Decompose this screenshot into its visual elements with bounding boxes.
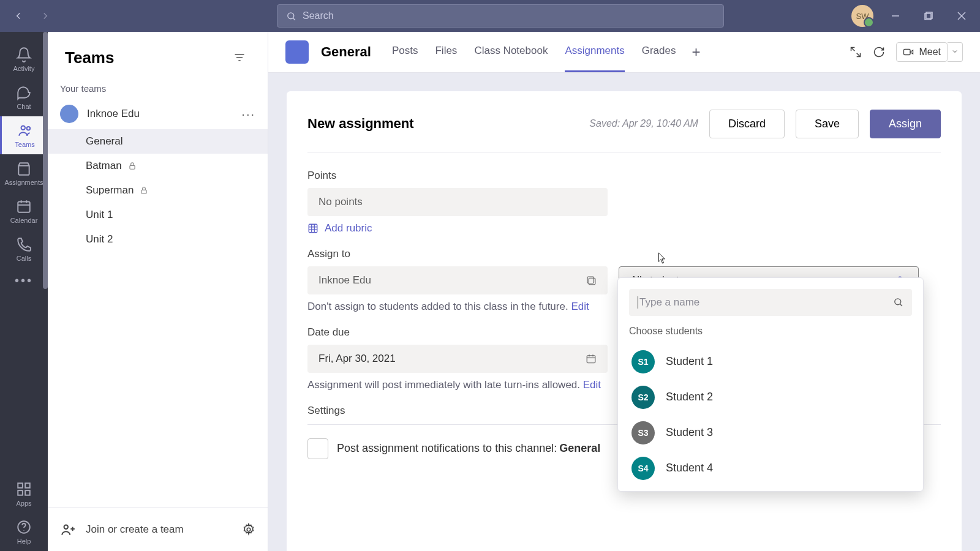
- class-icon: [586, 275, 597, 286]
- svg-rect-9: [18, 201, 30, 212]
- rail-assignments[interactable]: Assignments: [0, 154, 48, 192]
- svg-point-24: [64, 525, 69, 529]
- join-team-link[interactable]: Join or create a team: [86, 523, 184, 536]
- student-option[interactable]: S2Student 2: [629, 380, 912, 415]
- lock-icon: [128, 162, 137, 170]
- notification-checkbox[interactable]: [307, 438, 328, 459]
- nav-back[interactable]: [7, 5, 29, 27]
- search-icon: [286, 11, 296, 21]
- students-dropdown: Type a name Choose students S1Student 1S…: [617, 277, 924, 492]
- student-avatar: S2: [631, 386, 655, 409]
- assign-to-label: Assign to: [307, 248, 941, 260]
- channel-name: General: [321, 44, 371, 60]
- rail-more[interactable]: •••: [0, 268, 48, 293]
- main-area: General PostsFilesClass NotebookAssignme…: [268, 32, 980, 551]
- points-input[interactable]: No points: [307, 188, 608, 216]
- svg-rect-14: [25, 483, 30, 488]
- student-option[interactable]: S4Student 4: [629, 451, 912, 486]
- svg-marker-31: [910, 50, 913, 54]
- discard-button[interactable]: Discard: [709, 110, 785, 138]
- meet-button[interactable]: Meet: [896, 42, 948, 62]
- search-input[interactable]: Search: [277, 4, 724, 28]
- rail-calls[interactable]: Calls: [0, 230, 48, 268]
- your-teams-label: Your teams: [48, 78, 268, 99]
- calendar-small-icon: [586, 353, 597, 364]
- date-due-input[interactable]: Fri, Apr 30, 2021: [307, 345, 608, 373]
- filter-button[interactable]: [228, 47, 251, 69]
- more-icon: •••: [15, 274, 33, 288]
- lock-icon: [140, 186, 148, 195]
- edit-timing-link[interactable]: Edit: [583, 379, 601, 391]
- svg-rect-23: [141, 190, 146, 193]
- bell-icon: [16, 47, 32, 62]
- svg-line-28: [851, 47, 855, 51]
- filter-icon: [233, 51, 246, 64]
- svg-rect-32: [309, 224, 317, 233]
- rail-apps[interactable]: Apps: [0, 475, 48, 513]
- user-avatar[interactable]: SW: [851, 5, 873, 27]
- refresh-icon[interactable]: [873, 46, 885, 58]
- expand-icon[interactable]: [850, 46, 862, 58]
- student-search-input[interactable]: Type a name: [629, 289, 912, 316]
- tab-files[interactable]: Files: [435, 32, 457, 72]
- svg-point-27: [247, 528, 251, 531]
- rail-activity[interactable]: Activity: [0, 40, 48, 78]
- channel-unit-1[interactable]: Unit 1: [48, 203, 268, 227]
- chat-icon: [16, 84, 32, 100]
- assignment-card: New assignment Saved: Apr 29, 10:40 AM D…: [287, 91, 962, 551]
- tab-grades[interactable]: Grades: [642, 32, 676, 72]
- add-rubric-link[interactable]: Add rubric: [307, 222, 941, 234]
- team-name: Inknoe Edu: [87, 108, 140, 120]
- student-avatar: S3: [631, 421, 655, 444]
- rail-help[interactable]: Help: [0, 513, 48, 551]
- svg-line-48: [900, 304, 902, 306]
- window-minimize[interactable]: [884, 5, 907, 27]
- assign-button[interactable]: Assign: [870, 110, 941, 138]
- student-avatar: S4: [631, 457, 655, 480]
- student-avatar: S1: [631, 350, 655, 373]
- svg-rect-16: [25, 490, 30, 495]
- settings-gear-icon[interactable]: [242, 523, 255, 536]
- team-more-button[interactable]: ···: [241, 107, 255, 121]
- choose-students-label: Choose students: [629, 326, 912, 337]
- apps-icon: [16, 481, 32, 497]
- student-option[interactable]: S1Student 1: [629, 344, 912, 380]
- svg-rect-15: [18, 490, 23, 495]
- rail-calendar[interactable]: Calendar: [0, 192, 48, 230]
- channel-general[interactable]: General: [48, 129, 268, 154]
- tab-class-notebook[interactable]: Class Notebook: [474, 32, 548, 72]
- student-option[interactable]: S3Student 3: [629, 415, 912, 451]
- teams-icon: [17, 122, 33, 138]
- svg-rect-37: [587, 277, 594, 283]
- channel-unit-2[interactable]: Unit 2: [48, 227, 268, 252]
- channel-superman[interactable]: Superman: [48, 178, 268, 203]
- svg-line-29: [857, 53, 861, 57]
- assignments-icon: [16, 160, 32, 176]
- add-tab-button[interactable]: +: [692, 43, 700, 61]
- join-team-icon: [60, 522, 76, 538]
- edit-future-link[interactable]: Edit: [571, 301, 589, 312]
- svg-rect-30: [904, 49, 911, 54]
- svg-point-0: [288, 12, 294, 18]
- save-button[interactable]: Save: [796, 110, 859, 138]
- team-avatar: [60, 105, 78, 123]
- window-maximize[interactable]: [918, 5, 940, 27]
- tab-assignments[interactable]: Assignments: [565, 32, 624, 72]
- class-select[interactable]: Inknoe Edu: [307, 266, 608, 294]
- svg-rect-22: [130, 165, 135, 169]
- meet-dropdown[interactable]: [948, 42, 963, 62]
- channel-batman[interactable]: Batman: [48, 154, 268, 178]
- titlebar: Search SW: [0, 0, 980, 32]
- nav-forward[interactable]: [34, 5, 56, 27]
- tab-posts[interactable]: Posts: [392, 32, 418, 72]
- window-close[interactable]: [951, 5, 973, 27]
- svg-point-8: [26, 127, 29, 130]
- app-rail: Activity Chat Teams Assignments Calendar…: [0, 32, 48, 551]
- video-icon: [903, 47, 914, 58]
- rail-chat[interactable]: Chat: [0, 78, 48, 116]
- card-title: New assignment: [307, 116, 414, 132]
- team-row[interactable]: Inknoe Edu ···: [48, 99, 268, 129]
- rail-teams[interactable]: Teams: [0, 116, 48, 154]
- cursor-icon: [655, 252, 666, 265]
- phone-icon: [16, 236, 32, 252]
